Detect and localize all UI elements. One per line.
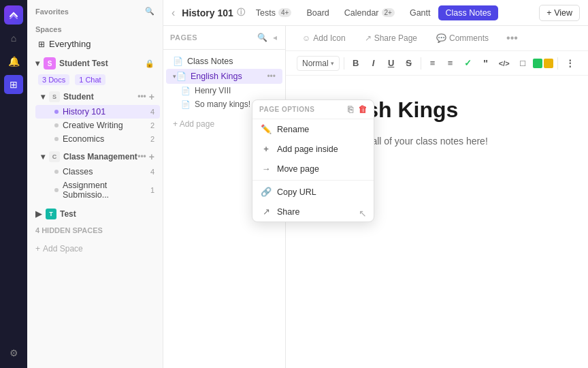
main-content: ‹ History 101 ⓘ Tests 4+ Board Calendar … [163, 0, 588, 368]
pages-collapse-btn[interactable]: ◂ [272, 31, 278, 44]
student-add-icon[interactable]: + [149, 91, 154, 102]
move-icon: → [261, 164, 272, 174]
test-expand-icon: ▶ [35, 209, 42, 219]
back-icon[interactable]: ‹ [172, 7, 175, 19]
checklist-button[interactable]: ✓ [461, 56, 476, 70]
add-icon: + [261, 144, 272, 154]
page-more-icon[interactable]: ••• [267, 72, 276, 81]
tab-tests[interactable]: Tests 4+ [249, 5, 299, 20]
toolbar-separator [344, 57, 344, 70]
student-test-group[interactable]: ▾ S Student Test 🔒 [30, 55, 160, 72]
menu-item-rename[interactable]: ✏️ Rename [252, 119, 374, 139]
sidebar-item-creative-writing[interactable]: Creative Writing 2 [35, 119, 160, 132]
cm-expand-icon: ▾ [41, 152, 45, 162]
collapse-icon: ▾ [35, 59, 39, 68]
pages-item-class-notes[interactable]: 📄 Class Notes [166, 54, 282, 69]
ordered-list-button[interactable]: ≡ [443, 56, 458, 70]
pages-search-btn[interactable]: 🔍 [256, 31, 269, 44]
add-view-button[interactable]: + View [539, 5, 580, 21]
assignment-dot [54, 188, 59, 192]
trash-icon[interactable]: 🗑 [358, 104, 368, 114]
color-row [533, 59, 553, 68]
underline-button[interactable]: U [384, 56, 399, 70]
more-options-icon[interactable]: ••• [502, 30, 522, 46]
menu-item-move-page[interactable]: → Move page [252, 159, 374, 179]
search-icon[interactable]: 🔍 [145, 7, 154, 16]
student-more-icon[interactable]: ••• [137, 91, 146, 102]
bold-button[interactable]: B [348, 56, 363, 70]
menu-item-add-page-inside[interactable]: + Add page inside [252, 139, 374, 159]
test-group[interactable]: ▶ T Test [30, 206, 160, 222]
strikethrough-button[interactable]: S [402, 56, 416, 70]
test-icon: T [46, 209, 56, 219]
topbar-title: History 101 ⓘ [182, 7, 244, 18]
active-dot [54, 110, 59, 114]
plus-icon: + [35, 244, 40, 254]
page-sub-icon: 📄 [181, 87, 191, 95]
favorites-header: Favorites 🔍 [27, 0, 163, 18]
dot-icon [54, 123, 59, 127]
cm-add-icon[interactable]: + [149, 151, 154, 162]
app-logo[interactable] [4, 5, 23, 25]
sidebar-item-history-101[interactable]: History 101 4 [35, 105, 160, 119]
sidebar-item-economics[interactable]: Economics 2 [35, 132, 160, 146]
add-icon-button[interactable]: ☺ Add Icon [297, 31, 351, 45]
doc-toolbar: ☺ Add Icon ↗ Share Page 💬 Comments ••• [286, 26, 588, 51]
topbar: ‹ History 101 ⓘ Tests 4+ Board Calendar … [163, 0, 588, 26]
toolbar-separator-3 [557, 57, 558, 70]
calendar-badge: 2+ [382, 8, 395, 17]
chat-tag[interactable]: 1 Chat [75, 74, 105, 85]
format-toolbar: Normal ▾ B I U S ≡ ≡ ✓ " </> □ [286, 51, 588, 76]
link-icon: 🔗 [261, 187, 272, 197]
sidebar-item-classes[interactable]: Classes 4 [35, 165, 160, 179]
text-style-dropdown[interactable]: Normal ▾ [297, 56, 340, 71]
pages-item-english-kings[interactable]: ▾ 📄 English Kings ••• [166, 69, 282, 84]
copy-icon[interactable]: ⎘ [348, 104, 354, 114]
sidebar-item-apps[interactable]: ⊞ [4, 75, 23, 94]
toolbar-separator-2 [421, 57, 421, 70]
color-yellow[interactable] [544, 59, 553, 68]
tab-board[interactable]: Board [299, 5, 336, 20]
sidebar-item-everything[interactable]: ⊞ Everything [30, 36, 160, 52]
code-button[interactable]: </> [496, 57, 513, 70]
docs-tag[interactable]: 3 Docs [38, 74, 69, 85]
context-menu-header-icons: ⎘ 🗑 [348, 104, 367, 114]
lock-icon: 🔒 [145, 59, 154, 68]
context-menu-header: PAGE OPTIONS ⎘ 🗑 [252, 100, 374, 119]
bullet-list-button[interactable]: ≡ [425, 56, 440, 70]
menu-item-share[interactable]: ↗ Share ↖ [252, 202, 374, 221]
context-menu: PAGE OPTIONS ⎘ 🗑 ✏️ Rename + Add page in… [252, 99, 374, 222]
more-format-button[interactable]: ⋮ [562, 56, 577, 70]
add-space-button[interactable]: + Add Space [27, 239, 163, 259]
sidebar-item-settings[interactable]: ⚙ [4, 343, 23, 363]
student-subgroup[interactable]: ▾ S Student ••• + [35, 89, 160, 105]
tab-calendar[interactable]: Calendar 2+ [338, 5, 402, 20]
spaces-header: Spaces [27, 18, 163, 36]
sidebar-item-notifications[interactable]: 🔔 [4, 52, 23, 71]
pages-header-actions: 🔍 ◂ [256, 31, 278, 44]
tab-class-notes[interactable]: Class Notes [438, 5, 497, 20]
icon-bar: ⌂ 🔔 ⊞ ⚙ [0, 0, 27, 368]
docs-row: 3 Docs 1 Chat [27, 72, 163, 87]
hidden-spaces: 4 HIDDEN SPACES [27, 222, 163, 239]
student-expand-icon: ▾ [41, 92, 45, 102]
share-page-button[interactable]: ↗ Share Page [359, 31, 423, 45]
color-green[interactable] [533, 59, 542, 68]
comments-button[interactable]: 💬 Comments [431, 31, 494, 45]
english-kings-row: English Kings ••• [191, 72, 276, 81]
quote-button[interactable]: " [478, 55, 493, 71]
info-icon[interactable]: ⓘ [237, 7, 245, 18]
dot-icon [54, 137, 59, 141]
cm-more-icon[interactable]: ••• [137, 151, 146, 162]
class-management-group[interactable]: ▾ C Class Management ••• + [35, 149, 160, 165]
pages-item-henry-viii[interactable]: 📄 Henry VIII [166, 84, 282, 97]
cursor-pointer: ↖ [359, 208, 367, 219]
italic-button[interactable]: I [366, 56, 381, 70]
sidebar-item-home[interactable]: ⌂ [4, 29, 23, 48]
page-sub-icon: 📄 [181, 100, 191, 109]
classes-dot [54, 170, 59, 174]
menu-item-copy-url[interactable]: 🔗 Copy URL [252, 182, 374, 202]
sidebar-item-assignment[interactable]: Assignment Submissio... 1 [35, 179, 160, 202]
embed-button[interactable]: □ [515, 56, 530, 70]
tab-gantt[interactable]: Gantt [403, 5, 438, 20]
